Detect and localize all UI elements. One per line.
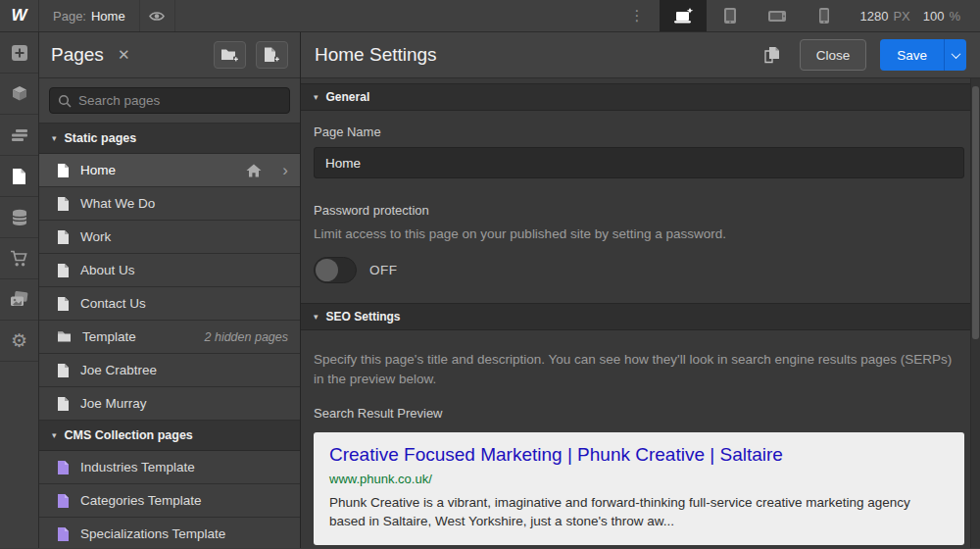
webflow-logo-icon[interactable]: W bbox=[0, 0, 39, 31]
page-row-joe-crabtree[interactable]: Joe Crabtree bbox=[39, 354, 300, 387]
settings-button[interactable]: ⚙ bbox=[0, 321, 38, 362]
search-pages-input[interactable] bbox=[78, 93, 281, 108]
duplicate-page-button[interactable] bbox=[759, 41, 786, 69]
folder-plus-icon bbox=[220, 48, 239, 63]
cart-icon bbox=[10, 250, 28, 268]
phone-landscape-icon bbox=[767, 10, 787, 23]
page-row-joe-murray[interactable]: Joe Murray bbox=[39, 387, 300, 421]
cms-collection-section-header[interactable]: ▾ CMS Collection pages bbox=[39, 421, 300, 451]
page-row-label: Joe Crabtree bbox=[80, 363, 157, 377]
cms-button[interactable] bbox=[0, 197, 38, 238]
caret-down-icon: ▾ bbox=[314, 93, 318, 102]
general-section-header[interactable]: ▾ General bbox=[301, 83, 980, 111]
save-split-button: Save bbox=[880, 39, 966, 71]
canvas-width-value: 1280 bbox=[859, 9, 888, 24]
page-name-label: Page Name bbox=[314, 125, 964, 139]
settings-scrollbar-thumb[interactable] bbox=[972, 86, 979, 339]
duplicate-icon bbox=[764, 46, 780, 64]
close-panel-icon[interactable]: ✕ bbox=[118, 46, 130, 64]
eye-icon bbox=[148, 9, 166, 24]
assets-button[interactable] bbox=[0, 279, 38, 321]
close-button-label: Close bbox=[816, 48, 851, 63]
page-row-home[interactable]: Home › bbox=[39, 154, 300, 187]
page-row-specializations-template[interactable]: Specializations Template bbox=[39, 518, 300, 548]
breakpoint-mobile-portrait-button[interactable] bbox=[801, 0, 848, 31]
cms-page-icon bbox=[57, 460, 70, 475]
top-toolbar: W Page: Home ⋮ bbox=[0, 0, 980, 32]
symbols-button[interactable] bbox=[0, 74, 38, 115]
page-row-industries-template[interactable]: Industries Template bbox=[39, 451, 300, 484]
breakpoint-mobile-landscape-button[interactable] bbox=[754, 0, 801, 31]
page-row-about-us[interactable]: About Us bbox=[39, 254, 300, 287]
page-plus-icon bbox=[264, 47, 280, 63]
seo-help-text: Specify this page's title and descriptio… bbox=[314, 350, 964, 389]
page-row-template-folder[interactable]: Template 2 hidden pages bbox=[39, 321, 300, 354]
main-area: ⚙ Pages ✕ bbox=[0, 32, 980, 548]
current-page-indicator[interactable]: Page: Home bbox=[39, 0, 140, 31]
canvas-size-indicator[interactable]: 1280 PX 100 % bbox=[848, 0, 980, 31]
add-page-button[interactable] bbox=[256, 41, 288, 69]
serp-url: www.phunk.co.uk/ bbox=[329, 472, 949, 486]
page-icon bbox=[57, 296, 70, 312]
static-pages-section-header[interactable]: ▾ Static pages bbox=[39, 124, 300, 154]
cms-page-icon bbox=[57, 493, 70, 509]
ecommerce-button[interactable] bbox=[0, 238, 38, 279]
more-options-button[interactable]: ⋮ bbox=[613, 0, 660, 31]
password-toggle-row: OFF bbox=[314, 257, 964, 303]
gear-icon: ⚙ bbox=[11, 331, 27, 350]
page-name-input[interactable] bbox=[314, 147, 964, 178]
page-row-label: Contact Us bbox=[80, 296, 146, 311]
page-icon bbox=[57, 396, 70, 412]
save-button[interactable]: Save bbox=[880, 39, 944, 71]
add-folder-button[interactable] bbox=[214, 41, 246, 69]
tablet-icon bbox=[722, 7, 738, 25]
breakpoint-tablet-button[interactable] bbox=[707, 0, 754, 31]
pages-search-box[interactable] bbox=[49, 87, 290, 114]
page-row-what-we-do[interactable]: What We Do bbox=[39, 187, 300, 221]
serp-description: Phunk Creative is a vibrant, imaginative… bbox=[329, 493, 949, 530]
left-tool-rail: ⚙ bbox=[0, 32, 39, 548]
pages-search-row bbox=[39, 78, 300, 124]
page-row-work[interactable]: Work bbox=[39, 221, 300, 254]
page-row-label: Home bbox=[80, 163, 116, 177]
page-icon bbox=[57, 163, 70, 178]
hidden-pages-count: 2 hidden pages bbox=[205, 330, 289, 344]
home-icon bbox=[246, 164, 262, 177]
search-result-preview-label: Search Result Preview bbox=[314, 406, 964, 421]
settings-scrollbar-track[interactable] bbox=[970, 78, 980, 548]
page-row-label: Categories Template bbox=[80, 493, 202, 508]
page-row-label: Work bbox=[80, 229, 111, 244]
save-options-button[interactable] bbox=[944, 39, 966, 71]
page-row-categories-template[interactable]: Categories Template bbox=[39, 484, 300, 518]
general-section-label: General bbox=[326, 90, 370, 104]
password-protection-label: Password protection bbox=[314, 203, 964, 218]
chevron-right-icon[interactable]: › bbox=[282, 162, 288, 178]
breakpoint-desktop-button[interactable] bbox=[660, 0, 707, 31]
canvas-zoom-value: 100 bbox=[923, 9, 945, 24]
page-row-label: Specializations Template bbox=[80, 526, 225, 541]
pages-panel-header: Pages ✕ bbox=[39, 32, 300, 78]
navigator-button[interactable] bbox=[0, 115, 38, 156]
password-protection-toggle[interactable] bbox=[314, 257, 357, 283]
preview-button[interactable] bbox=[140, 0, 175, 31]
password-protection-help: Limit access to this page on your publis… bbox=[314, 225, 964, 244]
pages-list: ▾ Static pages Home › What We Do bbox=[39, 124, 300, 548]
page-icon bbox=[57, 196, 70, 212]
serp-preview-card: Creative Focused Marketing | Phunk Creat… bbox=[314, 432, 964, 545]
page-row-contact-us[interactable]: Contact Us bbox=[39, 287, 300, 321]
page-settings-panel: Home Settings Close Save bbox=[301, 32, 980, 548]
phone-portrait-icon bbox=[818, 7, 830, 25]
page-icon bbox=[57, 363, 70, 378]
settings-title: Home Settings bbox=[315, 44, 437, 66]
settings-content: ▾ General Page Name Password protection … bbox=[301, 78, 980, 548]
chevron-down-icon bbox=[951, 49, 960, 59]
cms-page-icon bbox=[57, 526, 70, 542]
seo-section-header[interactable]: ▾ SEO Settings bbox=[301, 303, 980, 330]
seo-section-label: SEO Settings bbox=[326, 310, 401, 324]
pages-button-active[interactable] bbox=[0, 156, 38, 197]
seo-section-body: Specify this page's title and descriptio… bbox=[301, 330, 980, 548]
toggle-knob bbox=[316, 259, 338, 281]
add-elements-button[interactable] bbox=[0, 32, 38, 74]
folder-icon bbox=[57, 330, 72, 343]
close-button[interactable]: Close bbox=[800, 39, 867, 71]
